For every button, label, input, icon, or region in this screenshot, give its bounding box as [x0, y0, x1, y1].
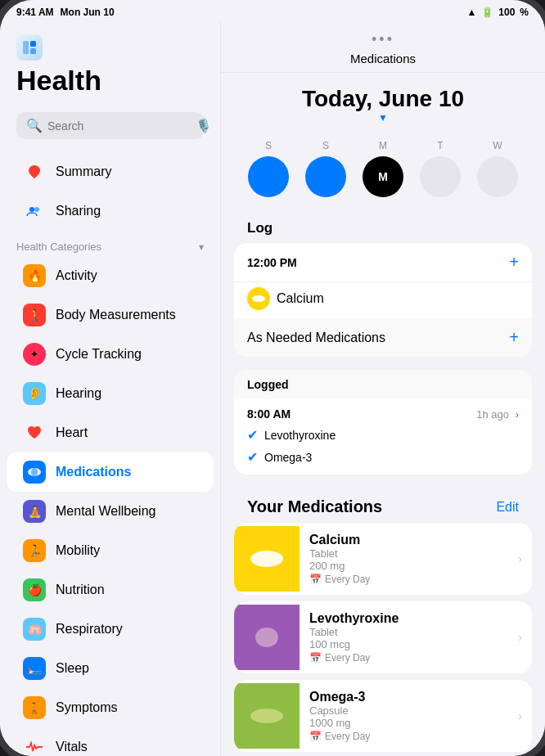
- sidebar-item-heart[interactable]: Heart: [7, 413, 214, 452]
- day-circle-4: [477, 156, 518, 197]
- day-circle-0: [248, 156, 289, 197]
- log-item-calcium[interactable]: Calcium: [234, 282, 532, 318]
- as-needed-row[interactable]: As Needed Medications +: [234, 318, 532, 357]
- symptoms-icon: 🚶: [23, 696, 46, 719]
- sidebar-item-symptoms[interactable]: 🚶 Symptoms: [7, 688, 214, 727]
- day-label-2: M: [379, 140, 387, 151]
- date-title: Today, June 10: [237, 86, 529, 112]
- battery-percent: 100: [498, 7, 515, 18]
- date-arrow: ▼: [237, 112, 529, 124]
- sleep-label: Sleep: [56, 661, 89, 676]
- search-input[interactable]: [47, 119, 191, 133]
- panel-title: Medications: [237, 52, 529, 65]
- symptoms-label: Symptoms: [56, 700, 118, 715]
- day-col-4[interactable]: W: [477, 140, 518, 197]
- health-categories-label: Health Categories: [16, 241, 101, 253]
- sidebar-item-summary[interactable]: Summary: [7, 152, 214, 191]
- mic-icon[interactable]: 🎙️: [196, 118, 212, 133]
- battery-label: 🔋: [481, 7, 493, 18]
- med-card-calcium[interactable]: Calcium Tablet 200 mg 📅 Every Day ›: [234, 523, 532, 595]
- med-card-omega3[interactable]: Omega-3 Capsule 1000 mg 📅 Every Day ›: [234, 680, 532, 752]
- day-col-0[interactable]: S: [248, 140, 289, 197]
- panel-dots[interactable]: •••: [237, 31, 529, 48]
- svg-point-9: [255, 628, 278, 647]
- date-section: Today, June 10 ▼: [221, 73, 545, 133]
- day-col-2[interactable]: M M: [363, 140, 403, 197]
- omega3-dose: 1000 mg: [309, 717, 508, 729]
- svg-point-10: [250, 709, 283, 723]
- svg-rect-2: [30, 48, 36, 54]
- sidebar-item-sleep[interactable]: 🛏️ Sleep: [7, 649, 214, 688]
- sidebar-item-mobility[interactable]: 🏃 Mobility: [7, 531, 214, 570]
- svg-point-6: [31, 468, 38, 476]
- heart-icon: [23, 421, 46, 444]
- day-circle-3: [420, 156, 461, 197]
- body-measurements-icon: 🚶: [23, 304, 46, 326]
- log-time: 12:00 PM: [247, 256, 297, 269]
- sidebar-item-respiratory[interactable]: 🫁 Respiratory: [7, 610, 214, 649]
- heart-label: Heart: [56, 425, 88, 440]
- logged-time-row[interactable]: 8:00 AM 1h ago ›: [234, 399, 532, 424]
- as-needed-add-button[interactable]: +: [509, 328, 519, 347]
- logged-section: Logged 8:00 AM 1h ago › ✔ Levothyroxine …: [234, 370, 532, 475]
- search-bar[interactable]: 🔍 🎙️: [16, 112, 204, 139]
- your-medications-header: Your Medications Edit: [234, 488, 532, 523]
- sidebar-item-medications[interactable]: Medications: [7, 452, 214, 492]
- log-add-button[interactable]: +: [509, 253, 519, 272]
- logged-time: 8:00 AM: [247, 407, 291, 421]
- mental-wellbeing-label: Mental Wellbeing: [56, 504, 155, 519]
- hearing-icon: 👂: [23, 382, 46, 405]
- calcium-schedule: 📅 Every Day: [309, 574, 508, 585]
- sidebar-item-activity[interactable]: 🔥 Activity: [7, 256, 214, 295]
- day-col-1[interactable]: S: [305, 140, 346, 197]
- log-calcium-label: Calcium: [277, 291, 324, 306]
- mobility-label: Mobility: [56, 543, 100, 558]
- sidebar-item-vitals[interactable]: Vitals: [7, 727, 214, 756]
- calcium-info: Calcium Tablet 200 mg 📅 Every Day: [300, 523, 518, 595]
- omega3-chevron: ›: [518, 709, 532, 722]
- omega3-schedule: 📅 Every Day: [309, 731, 508, 742]
- calcium-image: [234, 526, 300, 592]
- log-title: Log: [234, 210, 532, 240]
- panel-header: ••• Medications: [221, 21, 545, 73]
- health-categories-header: Health Categories ▾: [0, 231, 220, 256]
- levothyroxine-image: [234, 605, 300, 670]
- calendar-icon-0: 📅: [309, 574, 322, 585]
- sidebar-item-hearing[interactable]: 👂 Hearing: [7, 374, 214, 413]
- wifi-icon: ▲: [466, 7, 476, 18]
- day-label-3: T: [437, 140, 443, 151]
- med-card-levothyroxine[interactable]: Levothyroxine Tablet 100 mcg 📅 Every Day…: [234, 601, 532, 673]
- status-bar: 9:41 AM Mon Jun 10 ▲ 🔋 100%: [0, 0, 545, 21]
- main-content: Health 🔍 🎙️ Summary: [0, 21, 545, 756]
- vitals-label: Vitals: [56, 740, 88, 754]
- body-measurements-label: Body Measurements: [56, 308, 176, 322]
- respiratory-icon: 🫁: [23, 618, 46, 641]
- app-title: Health: [16, 65, 204, 96]
- main-panel: ••• Medications Today, June 10 ▼ S S: [221, 21, 545, 756]
- day-label-0: S: [265, 140, 272, 151]
- log-section: 12:00 PM + Calcium As Needed Medications…: [234, 243, 532, 357]
- sidebar-item-cycle-tracking[interactable]: ✦ Cycle Tracking: [7, 335, 214, 374]
- vitals-icon: [23, 736, 46, 756]
- search-icon: 🔍: [26, 118, 43, 133]
- check-icon-1: ✔: [247, 449, 258, 465]
- check-icon-0: ✔: [247, 427, 258, 443]
- sidebar-item-body-measurements[interactable]: 🚶 Body Measurements: [7, 295, 214, 335]
- day-col-3[interactable]: T: [420, 140, 461, 197]
- svg-rect-1: [30, 41, 36, 47]
- cycle-tracking-icon: ✦: [23, 343, 46, 366]
- logged-ago: 1h ago ›: [476, 408, 519, 421]
- categories-chevron[interactable]: ▾: [199, 241, 204, 253]
- sidebar-item-sharing[interactable]: Sharing: [7, 191, 214, 231]
- summary-icon: [23, 160, 46, 183]
- sidebar-item-mental-wellbeing[interactable]: 🧘 Mental Wellbeing: [7, 492, 214, 531]
- edit-button[interactable]: Edit: [496, 500, 519, 515]
- log-time-row[interactable]: 12:00 PM +: [234, 243, 532, 282]
- svg-rect-0: [23, 41, 29, 54]
- sleep-icon: 🛏️: [23, 657, 46, 680]
- logged-med-omega3: ✔ Omega-3: [234, 446, 532, 468]
- day-circle-2: M: [363, 156, 403, 197]
- logged-med-1: Omega-3: [264, 451, 312, 464]
- sidebar-item-nutrition[interactable]: 🍎 Nutrition: [7, 570, 214, 610]
- logged-header: Logged: [234, 370, 532, 399]
